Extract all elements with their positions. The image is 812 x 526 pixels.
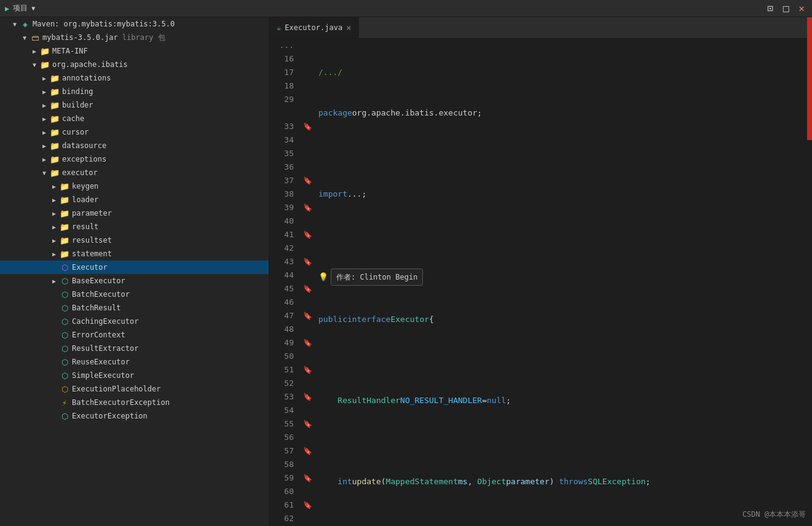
executor-java-tab[interactable]: ☕ Executor.java × — [269, 17, 360, 38]
arrow-icon: ▼ — [20, 34, 30, 41]
interface-icon: ⬡ — [59, 263, 70, 272]
sidebar-item-keygen[interactable]: ▶ 📁 keygen — [0, 179, 269, 193]
title-bar-right: ⊡ □ ✕ — [765, 2, 807, 14]
arrow-icon: ▶ — [49, 183, 59, 190]
watermark: CSDN @本本本添哥 — [743, 509, 806, 520]
execution-placeholder-label: ExecutionPlaceholder — [70, 385, 161, 393]
arrow-space — [49, 359, 59, 366]
exceptions-label: exceptions — [60, 155, 106, 163]
sidebar-item-org-apache[interactable]: ▼ 📁 org.apache.ibatis — [0, 58, 269, 71]
tab-close-button[interactable]: × — [346, 23, 351, 33]
arrow-icon: ▶ — [49, 210, 59, 217]
parameter-label: parameter — [70, 209, 112, 218]
java-file-icon: ☕ — [277, 23, 281, 32]
sidebar-item-loader[interactable]: ▶ 📁 loader — [0, 193, 269, 206]
tab-bar: ☕ Executor.java × — [269, 17, 812, 39]
title-bar: ▶ 项目 ▼ ⊡ □ ✕ — [0, 0, 812, 17]
sidebar-item-result[interactable]: ▶ 📁 result — [0, 220, 269, 234]
gutter: 🔖 🔖 🔖 🔖 🔖 🔖 🔖 🔖 🔖 🔖 — [300, 39, 315, 526]
sidebar-item-caching-executor[interactable]: ⬡ CachingExecutor — [0, 315, 269, 328]
enum-icon: ⬡ — [59, 385, 70, 394]
sidebar-item-binding[interactable]: ▶ 📁 binding — [0, 85, 269, 98]
arrow-icon: ▶ — [49, 197, 59, 203]
arrow-icon: ▶ — [39, 88, 49, 95]
folder-icon: 📁 — [49, 141, 60, 151]
arrow-icon: ▼ — [39, 170, 49, 176]
sidebar-item-error-context[interactable]: ⬡ ErrorContext — [0, 328, 269, 342]
sidebar-item-mybatis-jar[interactable]: ▼ 🗃 mybatis-3.5.0.jar library 包 — [0, 31, 269, 44]
meta-inf-label: META-INF — [50, 47, 88, 55]
project-label[interactable]: 项目 — [13, 3, 28, 14]
batch-executor-exception-label: BatchExecutorException — [70, 398, 170, 407]
sidebar-item-statement[interactable]: ▶ 📁 statement — [0, 247, 269, 261]
executor-label: executor — [60, 168, 98, 177]
dropdown-icon[interactable]: ▼ — [31, 5, 35, 12]
arrow-icon: ▶ — [49, 224, 59, 230]
arrow-icon: ▼ — [30, 61, 39, 68]
sidebar-item-result-extractor[interactable]: ⬡ ResultExtractor — [0, 342, 269, 355]
annotations-label: annotations — [60, 74, 111, 82]
sidebar-item-executor-interface[interactable]: ⬡ Executor — [0, 261, 269, 274]
class-icon3: ⬡ — [59, 304, 70, 313]
sidebar-item-datasource[interactable]: ▶ 📁 datasource — [0, 139, 269, 152]
statement-label: statement — [70, 249, 112, 258]
code-editor[interactable]: /.../ package org.apache.ibatis.executor… — [315, 39, 812, 526]
sidebar-item-batch-result[interactable]: ⬡ BatchResult — [0, 301, 269, 315]
caching-executor-label: CachingExecutor — [70, 317, 138, 326]
sidebar-item-annotations[interactable]: ▶ 📁 annotations — [0, 71, 269, 85]
editor-content[interactable]: ... 16 17 18 29 33 34 35 36 37 38 39 40 … — [269, 39, 812, 526]
sidebar-item-simple-executor[interactable]: ⬡ SimpleExecutor — [0, 369, 269, 382]
sidebar-item-maven-root[interactable]: ▼ ◈ Maven: org.mybatis:mybatis:3.5.0 — [0, 17, 269, 31]
sidebar-item-batch-executor-exception[interactable]: ⚡ BatchExecutorException — [0, 396, 269, 409]
project-icon: ▶ — [5, 4, 9, 13]
datasource-label: datasource — [60, 141, 106, 150]
sidebar-item-base-executor[interactable]: ▶ ⬡ BaseExecutor — [0, 274, 269, 288]
sidebar-item-parameter[interactable]: ▶ 📁 parameter — [0, 206, 269, 220]
folder-error-icon2: 📁 — [49, 155, 60, 164]
sidebar-item-resultset[interactable]: ▶ 📁 resultset — [0, 234, 269, 247]
class-icon: ⬡ — [59, 277, 70, 286]
executor-interface-label: Executor — [70, 263, 108, 272]
code-line — [318, 353, 805, 367]
sidebar-item-reuse-executor[interactable]: ⬡ ReuseExecutor — [0, 355, 269, 369]
error-bar — [807, 17, 812, 140]
folder-icon: 📁 — [49, 87, 60, 96]
simple-executor-label: SimpleExecutor — [70, 371, 134, 380]
code-line: import ...; — [318, 187, 805, 201]
sidebar-item-cursor[interactable]: ▶ 📁 cursor — [0, 125, 269, 139]
error-context-label: ErrorContext — [70, 331, 125, 339]
arrow-icon: ▶ — [49, 278, 59, 285]
main-layout: ▼ ◈ Maven: org.mybatis:mybatis:3.5.0 ▼ 🗃… — [0, 17, 812, 526]
folder-icon: 📁 — [49, 74, 60, 83]
arrow-space — [49, 318, 59, 325]
arrow-icon: ▶ — [30, 48, 39, 55]
sidebar-item-batch-executor[interactable]: ⬡ BatchExecutor — [0, 288, 269, 301]
folder-error-icon: 📁 — [49, 114, 60, 124]
arrow-space — [49, 345, 59, 352]
folder-icon: 📁 — [59, 249, 70, 259]
arrow-space — [49, 291, 59, 298]
arrow-icon: ▶ — [49, 237, 59, 244]
sidebar: ▼ ◈ Maven: org.mybatis:mybatis:3.5.0 ▼ 🗃… — [0, 17, 269, 526]
close-button[interactable]: ✕ — [796, 2, 807, 14]
sidebar-item-execution-placeholder[interactable]: ⬡ ExecutionPlaceholder — [0, 382, 269, 396]
folder-icon: 📁 — [49, 101, 60, 110]
loader-label: loader — [70, 195, 98, 204]
maven-label: Maven: org.mybatis:mybatis:3.5.0 — [31, 20, 175, 28]
binding-label: binding — [60, 87, 93, 96]
maximize-button[interactable]: □ — [781, 2, 792, 14]
sidebar-item-cache[interactable]: ▶ 📁 cache — [0, 112, 269, 125]
sidebar-item-meta-inf[interactable]: ▶ 📁 META-INF — [0, 44, 269, 58]
sidebar-item-executor-folder[interactable]: ▼ 📁 executor — [0, 166, 269, 179]
minimize-button[interactable]: ⊡ — [765, 2, 776, 14]
sidebar-item-builder[interactable]: ▶ 📁 builder — [0, 98, 269, 112]
folder-icon: 📁 — [59, 236, 70, 245]
editor-area: ☕ Executor.java × ... 16 17 18 29 33 34 … — [269, 17, 812, 526]
sidebar-item-exceptions[interactable]: ▶ 📁 exceptions — [0, 152, 269, 166]
arrow-space — [49, 372, 59, 379]
jar-extra: library 包 — [120, 33, 165, 43]
code-line — [318, 228, 805, 241]
sidebar-item-executor-exception[interactable]: ⬡ ExecutorException — [0, 409, 269, 423]
code-line: /.../ — [318, 66, 805, 79]
batch-result-label: BatchResult — [70, 304, 120, 312]
